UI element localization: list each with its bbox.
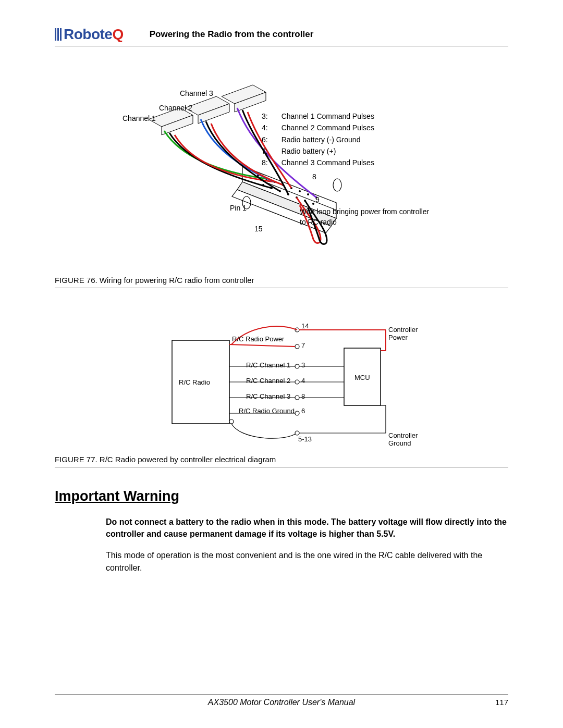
pin6-label: 6 xyxy=(301,407,305,415)
svg-point-35 xyxy=(295,431,299,435)
pin4-label: 4 xyxy=(301,377,305,385)
svg-point-33 xyxy=(295,396,299,400)
rc-radio-block-label: R/C Radio xyxy=(179,378,210,386)
svg-point-12 xyxy=(307,193,309,195)
figure-76-area: Channel 1 Channel 2 Channel 3 8 9 15 Pin… xyxy=(55,88,508,467)
mcu-block-label: MCU xyxy=(354,374,370,381)
rc-ch3-label: R/C Channel 3 xyxy=(246,392,290,400)
pin7-label: 7 xyxy=(301,341,305,349)
roboteq-logo: RoboteQ xyxy=(55,26,124,43)
figure-77-illustration: R/C Radio MCU R/C Radio Power 14 7 R/C C… xyxy=(125,319,438,455)
warning-body: Do not connect a battery to the radio wh… xyxy=(106,516,508,574)
pin8-label: 8 xyxy=(312,172,316,181)
controller-power-label: Controller Power xyxy=(388,326,418,341)
page-header: RoboteQ Powering the Radio from the cont… xyxy=(55,26,508,46)
warning-heading: Important Warning xyxy=(55,488,508,504)
logo-left: Robote xyxy=(64,26,112,42)
table-row: 7:Radio battery (+) xyxy=(262,146,374,156)
logo-right: Q xyxy=(112,26,123,42)
section-title: Powering the Radio from the controller xyxy=(150,29,314,40)
page-number: 117 xyxy=(495,698,508,707)
svg-point-30 xyxy=(295,344,299,349)
figure-77-caption: FIGURE 77. R/C Radio powered by controll… xyxy=(55,455,508,467)
logo-text: RoboteQ xyxy=(64,26,124,43)
pin-legend-table: 3:Channel 1 Command Pulses 4:Channel 2 C… xyxy=(261,110,375,169)
svg-point-34 xyxy=(295,411,299,415)
rc-ch2-label: R/C Channel 2 xyxy=(246,377,290,385)
pin9-label: 9 xyxy=(315,195,320,204)
warning-bold-text: Do not connect a battery to the radio wh… xyxy=(106,516,508,540)
svg-line-37 xyxy=(229,344,295,347)
logo-bars-icon xyxy=(55,28,62,41)
channel3-label: Channel 3 xyxy=(180,89,213,97)
svg-point-31 xyxy=(295,364,299,368)
table-row: 4:Channel 2 Command Pulses xyxy=(262,122,374,133)
rc-ch1-label: R/C Channel 1 xyxy=(246,361,290,369)
channel2-label: Channel 2 xyxy=(159,104,192,112)
pins-5-13-label: 5-13 xyxy=(298,435,312,443)
svg-point-20 xyxy=(312,203,314,205)
pin14-label: 14 xyxy=(301,322,309,330)
wire-loop-note: Wire loop bringing power from controller… xyxy=(300,207,435,227)
svg-point-36 xyxy=(229,419,234,424)
pin15-label: 15 xyxy=(254,225,263,233)
controller-ground-label: Controller Ground xyxy=(388,431,418,447)
pin3-label: 3 xyxy=(301,361,305,369)
manual-title: AX3500 Motor Controller User's Manual xyxy=(208,698,355,707)
svg-point-32 xyxy=(295,380,299,384)
warning-paragraph: This mode of operation is the most conve… xyxy=(106,549,508,573)
figure-76-illustration: Channel 1 Channel 2 Channel 3 8 9 15 Pin… xyxy=(55,88,508,270)
rc-power-label: R/C Radio Power xyxy=(232,335,284,343)
svg-point-11 xyxy=(299,190,301,192)
document-page: RoboteQ Powering the Radio from the cont… xyxy=(0,0,563,728)
table-row: 3:Channel 1 Command Pulses xyxy=(262,111,374,121)
channel1-label: Channel 1 xyxy=(123,114,156,122)
figure-76-caption: FIGURE 76. Wiring for powering R/C radio… xyxy=(55,276,508,288)
svg-point-5 xyxy=(333,179,341,191)
rc-gnd-label: R/C Radio Ground xyxy=(239,407,295,415)
pin8b-label: 8 xyxy=(301,392,305,400)
pin1-label: Pin 1 xyxy=(230,204,247,212)
table-row: 8:Channel 3 Command Pulses xyxy=(262,157,374,168)
page-footer: AX3500 Motor Controller User's Manual 11… xyxy=(55,694,508,707)
table-row: 6:Radio battery (-) Ground xyxy=(262,134,374,145)
